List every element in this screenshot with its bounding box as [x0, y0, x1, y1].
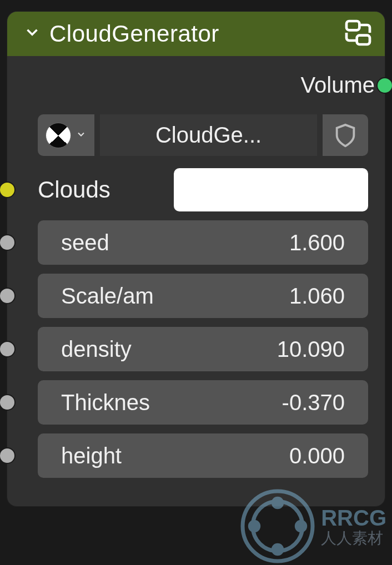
seed-label: seed [61, 230, 109, 255]
seed-value: 1.600 [289, 230, 345, 255]
svg-point-5 [272, 543, 284, 556]
scale-label: Scale/am [61, 284, 154, 309]
height-row: height 0.000 [7, 433, 385, 478]
scale-input-socket[interactable] [0, 287, 16, 304]
node-body: Volume CloudGe... [7, 56, 385, 506]
clouds-label: Clouds [38, 176, 110, 203]
svg-rect-0 [346, 21, 359, 30]
density-row: density 10.090 [7, 327, 385, 371]
thickness-field[interactable]: Thicknes -0.370 [38, 380, 368, 425]
scale-row: Scale/am 1.060 [7, 274, 385, 318]
node-group-icon[interactable] [343, 17, 374, 51]
clouds-input-socket[interactable] [0, 181, 16, 198]
thickness-input-socket[interactable] [0, 394, 16, 411]
fake-user-button[interactable] [323, 114, 368, 156]
chevron-down-icon[interactable] [23, 22, 42, 47]
density-label: density [61, 337, 132, 362]
clouds-color-swatch[interactable] [174, 168, 368, 211]
material-browse-button[interactable] [38, 114, 94, 156]
seed-row: seed 1.600 [7, 220, 385, 265]
watermark-brand: RRCG [321, 506, 386, 530]
geometry-node: CloudGenerator Volume [7, 11, 385, 507]
watermark: RRCG 人人素材 [239, 487, 386, 565]
density-input-socket[interactable] [0, 341, 16, 357]
thickness-value: -0.370 [282, 390, 345, 415]
shield-icon [333, 123, 358, 148]
svg-point-6 [248, 520, 260, 532]
height-field[interactable]: height 0.000 [38, 433, 368, 478]
scale-field[interactable]: Scale/am 1.060 [38, 274, 368, 318]
clouds-color-row: Clouds [7, 168, 385, 211]
seed-input-socket[interactable] [0, 234, 16, 251]
output-row: Volume [7, 56, 385, 114]
seed-field[interactable]: seed 1.600 [38, 220, 368, 265]
material-preview-icon [46, 123, 71, 148]
scale-value: 1.060 [289, 284, 345, 309]
chevron-down-icon [76, 128, 87, 143]
thickness-row: Thicknes -0.370 [7, 380, 385, 425]
material-selector-row: CloudGe... [7, 114, 385, 168]
volume-output-socket[interactable] [376, 77, 392, 94]
watermark-logo-icon [239, 487, 316, 565]
node-header[interactable]: CloudGenerator [7, 12, 385, 56]
density-value: 10.090 [277, 337, 345, 362]
svg-point-4 [272, 497, 284, 509]
watermark-sub: 人人素材 [321, 530, 386, 547]
density-field[interactable]: density 10.090 [38, 327, 368, 371]
svg-rect-1 [357, 36, 370, 44]
thickness-label: Thicknes [61, 390, 150, 415]
height-input-socket[interactable] [0, 447, 16, 464]
height-value: 0.000 [289, 443, 345, 468]
material-name-field[interactable]: CloudGe... [100, 114, 317, 156]
output-volume-label: Volume [301, 73, 375, 98]
node-title: CloudGenerator [49, 21, 335, 47]
svg-point-7 [295, 520, 307, 532]
height-label: height [61, 443, 122, 468]
